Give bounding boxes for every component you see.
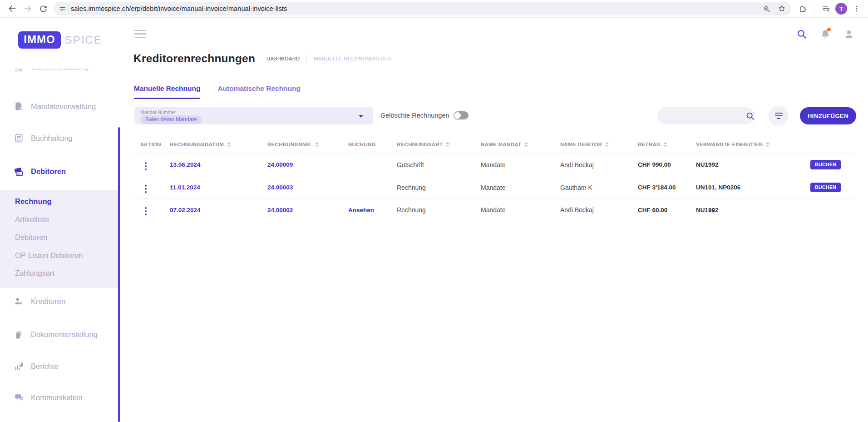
cell-date[interactable]: 07.02.2024	[164, 207, 261, 213]
sidebar-item-kreditoren[interactable]: Kreditoren	[14, 296, 65, 307]
sidebar-item-kommunikation[interactable]: Kommunikation	[14, 392, 83, 403]
buchen-badge[interactable]: BUCHEN	[810, 160, 841, 169]
buchen-badge[interactable]: BUCHEN	[810, 183, 841, 192]
cell-einheit: NU1992	[690, 161, 804, 168]
col-betrag[interactable]: BETRAG	[632, 142, 690, 147]
add-invoice-button[interactable]: HINZUFÜGEN	[800, 107, 856, 124]
logo-spice: SPICE	[65, 34, 102, 46]
sort-icon[interactable]	[227, 142, 231, 147]
notification-bell-icon[interactable]	[820, 29, 831, 40]
sidebar: IMMO SPICE Objektverwaltung Mandatsverwa…	[0, 18, 120, 422]
deleted-invoices-toggle-group: Gelöschte Rechnungen	[380, 111, 469, 119]
cell-einheit: NU1992	[690, 207, 804, 213]
submenu-item-op-listen-debitoren[interactable]: OP-Listen Debitoren	[15, 251, 83, 260]
sidebar-item-label: Buchhaltung	[31, 134, 73, 143]
table-row: 13.06.2024 24.00009 Gutschrift Mandate A…	[134, 153, 856, 176]
zoom-icon[interactable]	[763, 5, 770, 13]
sort-icon[interactable]	[315, 142, 319, 147]
search-input[interactable]	[663, 112, 745, 119]
sort-icon[interactable]	[766, 142, 769, 147]
chat-icon	[14, 392, 24, 403]
toolbar-divider	[814, 5, 814, 13]
url-bar[interactable]: sales.immospice.ch/erp/debit/invoice/man…	[54, 2, 791, 15]
media-list-icon[interactable]	[819, 2, 833, 15]
row-actions-kebab-icon[interactable]	[140, 183, 151, 195]
user-profile-icon[interactable]	[843, 29, 854, 40]
submenu-item-zahlungsart[interactable]: Zahlungsart	[15, 269, 54, 278]
bookmark-star-icon[interactable]	[778, 5, 786, 13]
documents-icon	[14, 329, 24, 340]
extensions-puzzle-icon[interactable]	[796, 2, 809, 15]
forward-icon[interactable]	[20, 2, 35, 15]
sidebar-item-objektverwaltung[interactable]: Objektverwaltung	[14, 69, 89, 73]
browser-profile-avatar[interactable]: T	[835, 3, 847, 15]
deleted-invoices-switch[interactable]	[454, 111, 469, 119]
col-name-debitor[interactable]: NAME DEBITOR	[554, 142, 632, 147]
cell-invoice-nr[interactable]: 24.00009	[261, 161, 342, 168]
filter-icon	[775, 113, 783, 114]
sort-icon[interactable]	[605, 142, 609, 147]
url-text[interactable]: sales.immospice.ch/erp/debit/invoice/man…	[71, 5, 287, 12]
hamburger-menu-icon[interactable]	[134, 30, 146, 40]
cell-rechnungsart: Gutschrift	[391, 161, 475, 169]
table-row: 11.01.2024 24.00003 Rechnung Mandate Gau…	[134, 176, 856, 199]
cell-date[interactable]: 13.06.2024	[164, 161, 261, 168]
credit-card-icon	[14, 166, 24, 177]
row-actions-kebab-icon[interactable]	[140, 205, 151, 217]
tab-automatische-rechnung[interactable]: Automatische Rechnung	[217, 84, 301, 99]
cell-date[interactable]: 11.01.2024	[164, 184, 261, 191]
mandat-nummer-label: Mandat-Nummer	[140, 109, 176, 115]
mandat-nummer-select[interactable]: Mandat-Nummer Sales demo Mandate	[134, 107, 373, 124]
sidebar-item-label: Kreditoren	[31, 297, 65, 306]
sort-icon[interactable]	[524, 142, 528, 147]
sidebar-item-label: Kommunikation	[31, 393, 83, 402]
col-name-mandat[interactable]: NAME MANDAT	[475, 142, 554, 147]
invoice-table: AKTION RECHNUNGSDATUM RECHNUNGSNR. BUCHU…	[134, 136, 856, 221]
col-rechnungsdatum[interactable]: RECHNUNGSDATUM	[164, 142, 261, 147]
sort-icon[interactable]	[446, 142, 449, 147]
main-content: Kreditorenrechnungen DASHBOARD MANUELLE …	[120, 18, 868, 422]
col-rechnungsnr[interactable]: RECHNUNGSNR.	[261, 142, 342, 147]
col-verwandte-einheit[interactable]: VERWANDTE EINHEIT/EN	[690, 142, 804, 147]
sidebar-item-dokumenterstellung[interactable]: Dokumenterstellung	[14, 329, 98, 340]
cell-rechnungsart: Rechnung	[391, 184, 475, 191]
sidebar-item-label: Mandatsverwaltung	[31, 102, 96, 111]
back-icon[interactable]	[5, 2, 20, 15]
cell-buchung-ansehen-link[interactable]: Ansehen	[342, 207, 391, 213]
cell-invoice-nr[interactable]: 24.00002	[261, 207, 342, 213]
report-chart-icon	[14, 361, 24, 372]
breadcrumb-dashboard[interactable]: DASHBOARD	[266, 56, 300, 61]
building-icon	[14, 69, 24, 73]
submenu-item-artikelliste[interactable]: Artikelliste	[15, 215, 49, 224]
cell-name-mandat: Mandate	[475, 161, 554, 169]
sidebar-item-debitoren[interactable]: Debitoren	[14, 166, 66, 177]
chevron-down-icon[interactable]	[359, 115, 363, 118]
sidebar-item-berichte[interactable]: Berichte	[14, 361, 59, 372]
sidebar-nav: Objektverwaltung Mandatsverwaltung Buchh…	[0, 69, 120, 422]
cell-name-debitor: Andi Bockaj	[554, 206, 632, 213]
breadcrumb-current: MANUELLE RECHNUNGSLISTE	[314, 56, 392, 61]
sidebar-item-buchhaltung[interactable]: Buchhaltung	[14, 133, 73, 144]
tab-manuelle-rechnung[interactable]: Manuelle Rechnung	[134, 84, 200, 99]
table-header-row: AKTION RECHNUNGSDATUM RECHNUNGSNR. BUCHU…	[134, 136, 856, 153]
header-search-icon[interactable]	[796, 29, 807, 40]
reload-icon[interactable]	[35, 2, 51, 15]
submenu-item-rechnung[interactable]: Rechnung	[15, 197, 52, 206]
filter-button[interactable]	[769, 106, 789, 126]
sort-icon[interactable]	[664, 142, 667, 147]
logo-immo: IMMO	[18, 31, 60, 49]
cell-name-mandat: Mandate	[475, 206, 554, 213]
site-info-icon[interactable]	[59, 5, 66, 12]
search-icon[interactable]	[745, 111, 755, 121]
breadcrumb-divider	[306, 55, 307, 62]
col-rechnungsart[interactable]: RECHNUNGSART	[391, 142, 475, 147]
sidebar-scrollbar[interactable]	[118, 127, 120, 422]
browser-toolbar: sales.immospice.ch/erp/debit/invoice/man…	[0, 0, 868, 18]
submenu-item-debitoren[interactable]: Debitoren	[15, 233, 48, 242]
sidebar-item-mandatsverwaltung[interactable]: Mandatsverwaltung	[14, 101, 96, 112]
table-search	[657, 107, 755, 124]
row-actions-kebab-icon[interactable]	[140, 160, 151, 172]
browser-menu-kebab-icon[interactable]	[850, 2, 863, 15]
mandat-chip[interactable]: Sales demo Mandate	[140, 115, 202, 124]
cell-invoice-nr[interactable]: 24.00003	[261, 184, 342, 191]
